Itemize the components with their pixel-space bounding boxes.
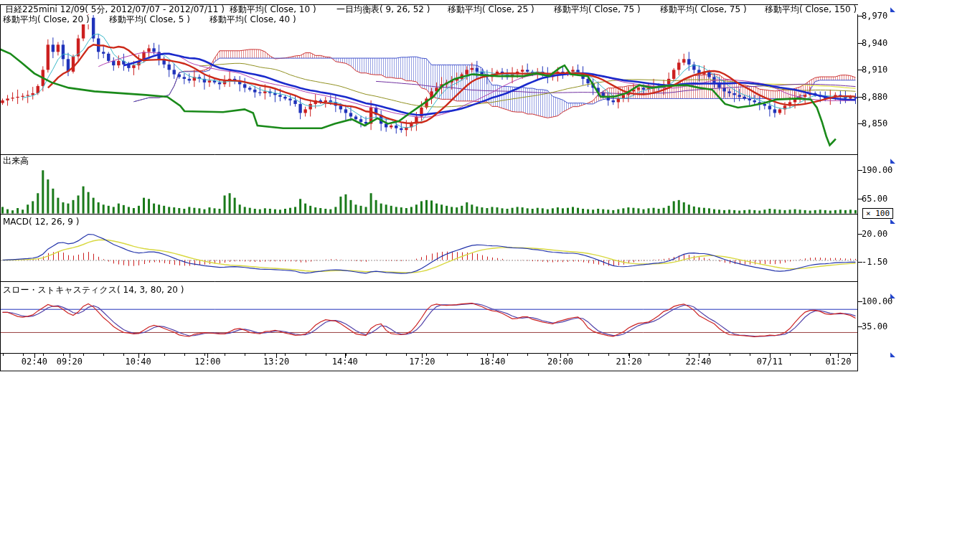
time-axis-label: 21:20 [613,357,645,367]
stoch-pane-label: スロー・ストキャスティクス( 14, 3, 80, 20 ) [1,284,185,296]
volume-pane-label: 出来高 [1,155,30,167]
time-axis-label: 09:20 [54,357,85,367]
price-chart-canvas[interactable] [0,4,868,372]
legend-indicator: 移動平均( Close, 5 ) [108,15,192,24]
time-axis-label: 18:40 [477,357,509,367]
pane-scroll-icon[interactable]: ◣ [890,6,897,13]
time-axis-label: 02:40 [19,357,50,367]
stoch-tick-label: 35.00 [862,321,887,331]
volume-multiplier-badge: × 100 [862,208,893,219]
time-axis-label: 22:40 [683,357,715,367]
legend-indicator: 移動平均( Close, 150 ) [763,5,858,14]
time-axis-label: 01:20 [822,357,854,367]
time-axis-label: 12:00 [192,357,223,367]
price-tick-label: 8,940 [862,38,887,48]
legend-indicator: 移動平均( Close, 75 ) [659,5,748,14]
volume-tick-label: 65.00 [862,194,887,204]
legend-indicator: 移動平均( Close, 40 ) [208,15,298,24]
legend-indicator: 移動平均( Close, 20 ) [1,15,91,24]
chart-window: 出来高 MACD( 12, 26, 9 ) スロー・ストキャスティクス( 14,… [0,0,980,551]
time-axis-label: 14:40 [329,357,361,367]
macd-tick-label: 20.00 [862,229,887,239]
legend-indicator: 移動平均( Close, 75 ) [552,5,642,14]
macd-pane-label: MACD( 12, 26, 9 ) [1,217,80,227]
pane-scroll-icon[interactable]: ◣ [890,217,897,225]
pane-scroll-icon[interactable]: ◣ [890,157,897,164]
legend-indicator: 一目均衡表( 9, 26, 52 ) [335,5,431,14]
volume-tick-label: 190.00 [862,165,892,175]
time-axis-label: 17:20 [406,357,438,367]
price-tick-label: 8,910 [862,65,887,75]
stoch-tick-label: 100.00 [862,296,892,306]
price-tick-label: 8,880 [862,92,887,102]
time-axis-label: 10:40 [123,357,154,367]
chart-title: 日経225mini 12/09( 5分, 2012/07/07 - 2012/0… [4,5,226,14]
price-tick-label: 8,970 [862,11,887,21]
pane-scroll-icon[interactable]: ◣ [890,292,897,299]
price-tick-label: 8,850 [862,118,887,128]
macd-tick-label: -1.50 [862,257,887,267]
time-axis-label: 20:00 [545,357,576,367]
pane-scroll-icon[interactable]: ◣ [890,351,897,358]
time-axis-label: 07/11 [754,357,786,367]
legend-indicator: 移動平均( Close, 25 ) [446,5,536,14]
legend-indicator: 移動平均( Close, 10 ) [228,5,318,14]
time-axis-label: 13:20 [260,357,292,367]
